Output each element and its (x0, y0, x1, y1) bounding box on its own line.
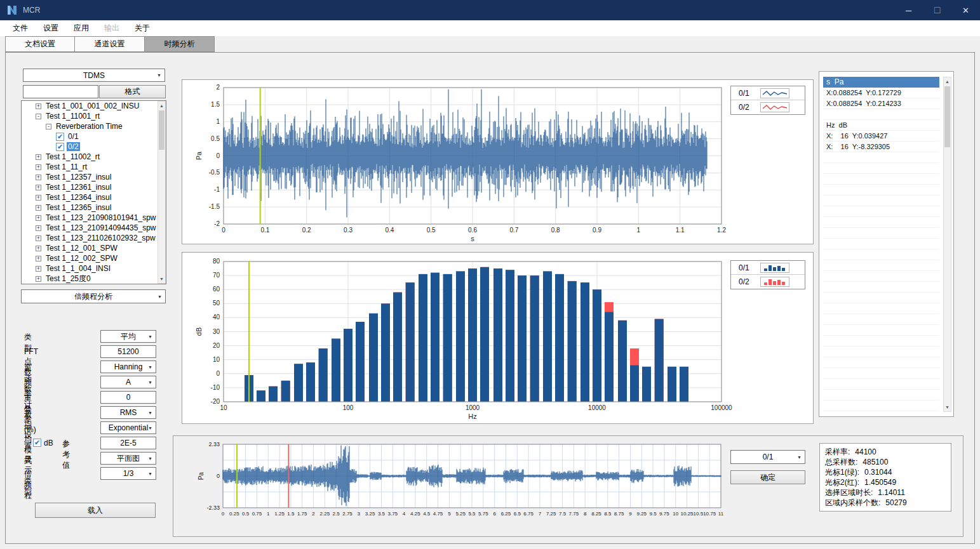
values-row[interactable] (823, 206, 939, 217)
tree-expander-icon[interactable]: + (36, 195, 41, 201)
values-row[interactable] (823, 152, 939, 163)
tree-item[interactable]: +Test 1_11_rt (22, 162, 166, 172)
values-row[interactable] (823, 228, 939, 239)
values-row[interactable] (823, 239, 939, 249)
menu-item-apply[interactable]: 应用 (66, 20, 97, 36)
scroll-down-icon[interactable]: ▼ (158, 275, 165, 283)
values-row[interactable] (823, 271, 939, 282)
octave-spectrum-chart[interactable]: 80706050403020100-10-2010100100010000100… (182, 253, 813, 423)
values-row[interactable] (823, 109, 939, 120)
display-type-dropdown[interactable]: 平面图▼ (100, 452, 156, 465)
tree-expander-icon[interactable]: + (36, 164, 41, 170)
values-row[interactable] (823, 174, 939, 185)
tree-expander-icon[interactable]: + (36, 185, 41, 190)
tree-scrollbar[interactable]: ▲ ▼ (158, 101, 166, 284)
tree-item[interactable]: +Test 1_12364_insul (22, 192, 166, 202)
fft-points-input[interactable] (100, 345, 156, 358)
format-button[interactable]: 格式 (99, 85, 166, 98)
values-row[interactable]: X: 16 Y:-8.329305 (823, 142, 939, 152)
menu-item-file[interactable]: 文件 (5, 20, 36, 36)
channel-dropdown[interactable]: 0/1 ▼ (730, 450, 805, 464)
tree-expander-icon[interactable]: + (36, 256, 41, 261)
values-row[interactable]: X:0.088254 Y:0.172729 (823, 88, 939, 98)
load-button[interactable]: 载入 (35, 503, 156, 518)
confirm-button[interactable]: 确定 (730, 470, 805, 484)
values-row[interactable] (823, 390, 939, 400)
tree-item[interactable]: +Test 1_001_001_002_INSU (22, 101, 166, 111)
tab-channel-settings[interactable]: 通道设置 (75, 36, 145, 52)
tree-item[interactable]: +Test 1_12361_insul (22, 182, 166, 192)
values-row[interactable] (823, 314, 939, 325)
tree-item[interactable]: +Test 1_12_001_SPW (22, 243, 166, 253)
tree-expander-icon[interactable]: + (36, 246, 41, 251)
average-mode-dropdown[interactable]: Exponential▼ (100, 421, 156, 434)
values-row[interactable] (823, 217, 939, 228)
tree-item[interactable]: +Test 1_12365_insul (22, 202, 166, 213)
menu-item-about[interactable]: 关于 (127, 20, 158, 36)
analysis-type-dropdown[interactable]: 倍频程分析 ▼ (21, 289, 166, 303)
channel-checkbox[interactable]: ✔ (56, 133, 64, 141)
octave-dropdown[interactable]: 1/3▼ (100, 467, 156, 480)
tree-expander-icon[interactable]: + (36, 175, 41, 180)
minimize-button[interactable]: ─ (894, 0, 923, 20)
values-row[interactable] (823, 325, 939, 336)
tree-item[interactable]: ✔0/1 (22, 131, 166, 142)
frequency-weighting-dropdown[interactable]: A▼ (100, 376, 156, 388)
overview-waveform-chart[interactable]: 2.330-2.3300.250.50.7511.251.51.7522.252… (178, 439, 730, 522)
window-function-dropdown[interactable]: Hanning▼ (100, 360, 156, 373)
values-row[interactable]: X: 16 Y:0.039427 (823, 131, 939, 142)
values-row[interactable]: s Pa (823, 77, 939, 88)
tree-item[interactable]: +Test 1_25度0 (22, 274, 166, 284)
type-dropdown[interactable]: 平均▼ (100, 330, 156, 343)
tree-expander-icon[interactable]: + (36, 235, 41, 241)
tree-item[interactable]: +Test 1_123_210914094435_spw (22, 223, 166, 233)
tree-expander-icon[interactable]: + (36, 205, 41, 211)
tab-time-frequency-analysis[interactable]: 时频分析 (145, 36, 215, 52)
scrollbar-thumb[interactable] (159, 110, 164, 150)
tree-item[interactable]: -Reverberation Time (22, 121, 166, 131)
tree-item[interactable]: -Test 1_11001_rt (22, 111, 166, 121)
overlap-input[interactable] (100, 391, 156, 404)
close-button[interactable]: ✕ (951, 0, 980, 20)
values-row[interactable] (823, 368, 939, 379)
average-setting-dropdown[interactable]: RMS▼ (100, 406, 156, 419)
scroll-up-icon[interactable]: ▲ (158, 102, 165, 110)
tree-expander-icon[interactable]: + (36, 215, 41, 221)
tree-item[interactable]: +Test 1_12357_insul (22, 172, 166, 182)
values-row[interactable] (823, 163, 939, 174)
filter-input[interactable] (23, 85, 98, 98)
time-waveform-chart[interactable]: 00.10.20.30.40.50.60.70.80.911.11.221.51… (182, 80, 813, 244)
tree-item[interactable]: +Test 1_123_210908101941_spw (22, 213, 166, 223)
tree-item[interactable]: +Test 1_11002_rt (22, 152, 166, 162)
scroll-up-icon[interactable]: ▲ (944, 77, 951, 86)
tree-item[interactable]: ✔0/2 (22, 142, 166, 152)
tab-document-settings[interactable]: 文档设置 (5, 36, 75, 52)
legend-row[interactable]: 0/2 (731, 100, 805, 114)
legend-row[interactable]: 0/1 (731, 86, 805, 100)
tree-expander-icon[interactable]: + (36, 225, 41, 231)
tree-expander-icon[interactable]: + (36, 154, 41, 160)
values-row[interactable] (823, 303, 939, 314)
tree-expander-icon[interactable]: + (36, 276, 41, 282)
channel-checkbox[interactable]: ✔ (56, 143, 64, 151)
values-row[interactable] (823, 293, 939, 303)
values-row[interactable]: X:0.088254 Y:0.214233 (823, 98, 939, 109)
tree-expander-icon[interactable]: - (46, 124, 51, 129)
scrollbar-thumb[interactable] (944, 86, 950, 147)
values-row[interactable] (823, 400, 939, 411)
values-scrollbar[interactable]: ▲ ▼ (943, 77, 951, 412)
values-row[interactable] (823, 282, 939, 293)
values-row[interactable] (823, 347, 939, 357)
file-format-dropdown[interactable]: TDMS ▼ (23, 69, 165, 82)
values-row[interactable]: Hz dB (823, 120, 939, 131)
tree-item[interactable]: +Test 1_1_004_INSI (22, 263, 166, 274)
menu-item-settings[interactable]: 设置 (36, 20, 66, 36)
tree-expander-icon[interactable]: + (36, 266, 41, 272)
maximize-button[interactable]: ☐ (923, 0, 951, 20)
values-row[interactable] (823, 260, 939, 271)
values-row[interactable] (823, 195, 939, 206)
values-row[interactable] (823, 185, 939, 195)
tree-expander-icon[interactable]: + (36, 103, 41, 109)
legend-row[interactable]: 0/2 (731, 275, 805, 289)
db-checkbox[interactable]: ✔ (33, 439, 41, 447)
